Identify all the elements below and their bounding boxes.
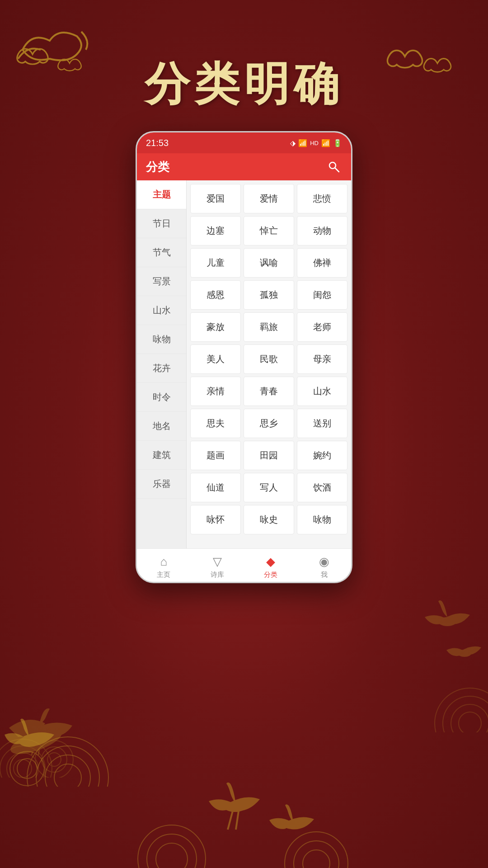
bottom-center-deco — [127, 723, 361, 868]
category-item-美人[interactable]: 美人 — [190, 344, 241, 374]
category-item-羁旅[interactable]: 羁旅 — [244, 312, 294, 342]
category-item-送别[interactable]: 送别 — [297, 409, 347, 438]
sidebar-item-咏物[interactable]: 咏物 — [137, 325, 186, 354]
app-title: 分类 — [146, 159, 169, 175]
filter-nav-icon: ▽ — [213, 555, 222, 569]
content-area: 主题节日节气写景山水咏物花卉时令地名建筑乐器 爱国爱情悲愤边塞悼亡动物儿童讽喻佛… — [137, 180, 351, 548]
category-item-感恩[interactable]: 感恩 — [190, 280, 241, 310]
svg-point-10 — [42, 747, 67, 772]
nav-label-诗库: 诗库 — [211, 571, 224, 579]
svg-point-13 — [458, 650, 471, 657]
wifi-icon: 📶 — [298, 139, 307, 147]
status-icons: ⬗ 📶 HD 📶 🔋 — [290, 139, 342, 147]
category-item-青春[interactable]: 青春 — [244, 377, 294, 406]
category-item-田园[interactable]: 田园 — [244, 441, 294, 470]
sidebar-item-花卉[interactable]: 花卉 — [137, 354, 186, 383]
category-item-悼亡[interactable]: 悼亡 — [244, 216, 294, 245]
category-item-孤独[interactable]: 孤独 — [244, 280, 294, 310]
svg-point-14 — [459, 712, 481, 732]
sidebar: 主题节日节气写景山水咏物花卉时令地名建筑乐器 — [137, 180, 187, 548]
nav-item-诗库[interactable]: ▽诗库 — [191, 549, 244, 583]
nav-item-分类[interactable]: ◆分类 — [244, 549, 298, 583]
search-icon — [328, 160, 340, 173]
sidebar-item-节气[interactable]: 节气 — [137, 238, 186, 267]
crane-deco-right — [361, 552, 488, 732]
category-item-仙道[interactable]: 仙道 — [190, 473, 241, 502]
svg-point-25 — [224, 802, 246, 812]
sidebar-item-写景[interactable]: 写景 — [137, 267, 186, 296]
category-item-爱国[interactable]: 爱国 — [190, 184, 241, 213]
category-item-爱情[interactable]: 爱情 — [244, 184, 294, 213]
category-item-豪放[interactable]: 豪放 — [190, 312, 241, 342]
battery-icon: 🔋 — [333, 139, 342, 147]
svg-line-26 — [228, 811, 233, 830]
cloud-deco-right — [384, 23, 474, 77]
category-item-讽喻[interactable]: 讽喻 — [244, 248, 294, 278]
sidebar-item-时令[interactable]: 时令 — [137, 383, 186, 412]
category-item-悲愤[interactable]: 悲愤 — [297, 184, 347, 213]
svg-point-29 — [156, 843, 188, 868]
category-item-佛禅[interactable]: 佛禅 — [297, 248, 347, 278]
category-item-婉约[interactable]: 婉约 — [297, 441, 347, 470]
app-header: 分类 — [137, 153, 351, 180]
hd-icon: HD — [310, 140, 319, 146]
svg-point-2 — [27, 729, 50, 740]
nav-item-我[interactable]: ◉我 — [298, 549, 352, 583]
phone-mockup: 21:53 ⬗ 📶 HD 📶 🔋 分类 主题节日节气写景山水咏物花卉时令地名建筑… — [136, 131, 352, 583]
category-item-边塞[interactable]: 边塞 — [190, 216, 241, 245]
crane-deco-left — [0, 597, 127, 778]
category-item-咏怀[interactable]: 咏怀 — [190, 505, 241, 534]
sidebar-item-建筑[interactable]: 建筑 — [137, 441, 186, 470]
sidebar-item-地名[interactable]: 地名 — [137, 412, 186, 441]
sidebar-item-山水[interactable]: 山水 — [137, 296, 186, 325]
category-item-咏物[interactable]: 咏物 — [297, 505, 347, 534]
category-item-儿童[interactable]: 儿童 — [190, 248, 241, 278]
svg-point-33 — [294, 841, 339, 868]
sidebar-item-乐器[interactable]: 乐器 — [137, 470, 186, 499]
category-item-饮酒[interactable]: 饮酒 — [297, 473, 347, 502]
category-item-思夫[interactable]: 思夫 — [190, 409, 241, 438]
svg-point-5 — [14, 760, 32, 778]
svg-point-28 — [283, 821, 301, 829]
svg-point-15 — [451, 704, 488, 732]
page-title: 分类明确 — [145, 54, 343, 115]
svg-point-30 — [147, 834, 197, 868]
nav-item-主页[interactable]: ⌂主页 — [137, 549, 191, 583]
nav-label-我: 我 — [321, 571, 328, 579]
bottom-nav: ⌂主页▽诗库◆分类◉我 — [137, 548, 351, 583]
svg-point-16 — [443, 696, 488, 732]
cloud-deco-left — [14, 23, 104, 77]
home-nav-icon: ⌂ — [160, 555, 167, 569]
category-item-咏史[interactable]: 咏史 — [244, 505, 294, 534]
bluetooth-icon: ⬗ — [290, 139, 296, 147]
svg-point-12 — [438, 617, 456, 626]
category-item-母亲[interactable]: 母亲 — [297, 344, 347, 374]
svg-line-27 — [236, 811, 239, 830]
signal-icon: 📶 — [321, 139, 330, 147]
sidebar-item-主题[interactable]: 主题 — [137, 180, 186, 209]
svg-point-9 — [47, 753, 61, 766]
svg-point-6 — [7, 753, 38, 778]
status-bar: 21:53 ⬗ 📶 HD 📶 🔋 — [137, 132, 351, 153]
category-item-动物[interactable]: 动物 — [297, 216, 347, 245]
person-nav-icon: ◉ — [319, 555, 329, 569]
category-item-民歌[interactable]: 民歌 — [244, 344, 294, 374]
category-nav-icon: ◆ — [266, 555, 275, 569]
category-item-思乡[interactable]: 思乡 — [244, 409, 294, 438]
category-item-写人[interactable]: 写人 — [244, 473, 294, 502]
category-item-亲情[interactable]: 亲情 — [190, 377, 241, 406]
category-item-山水[interactable]: 山水 — [297, 377, 347, 406]
category-item-老师[interactable]: 老师 — [297, 312, 347, 342]
category-grid: 爱国爱情悲愤边塞悼亡动物儿童讽喻佛禅感恩孤独闺怨豪放羁旅老师美人民歌母亲亲情青春… — [187, 180, 351, 548]
nav-label-主页: 主页 — [157, 571, 170, 579]
category-item-题画[interactable]: 题画 — [190, 441, 241, 470]
svg-point-31 — [138, 825, 206, 868]
sidebar-item-节日[interactable]: 节日 — [137, 209, 186, 238]
category-item-闺怨[interactable]: 闺怨 — [297, 280, 347, 310]
status-time: 21:53 — [146, 138, 169, 148]
svg-line-36 — [335, 168, 339, 172]
svg-point-32 — [303, 850, 330, 868]
search-button[interactable] — [326, 159, 342, 175]
nav-label-分类: 分类 — [264, 571, 277, 579]
